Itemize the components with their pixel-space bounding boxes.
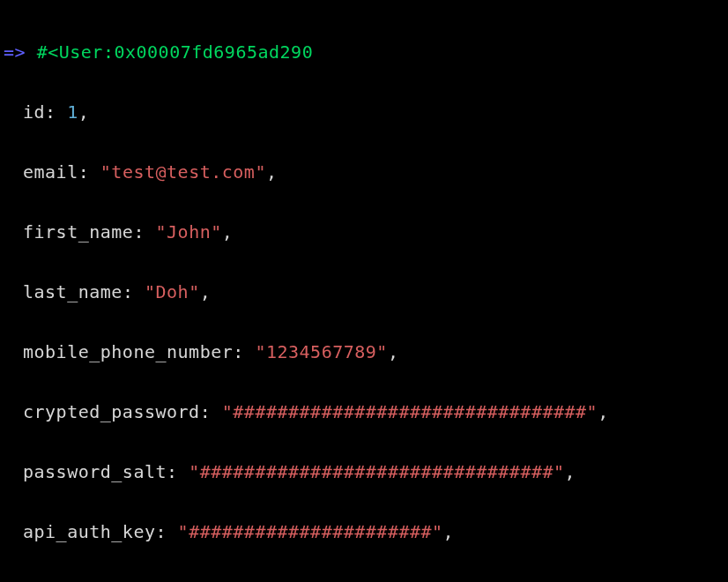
field-first-name: first_name: "John",	[4, 217, 724, 247]
field-mobile-phone: mobile_phone_number: "1234567789",	[4, 337, 724, 367]
prompt-arrow: =>	[4, 41, 26, 63]
terminal-output: => #<User:0x00007fd6965ad290 id: 1, emai…	[4, 7, 724, 582]
field-last-name: last_name: "Doh",	[4, 277, 724, 307]
field-api-auth-key: api_auth_key: "######################",	[4, 517, 724, 547]
object-header: #<User:0x00007fd6965ad290	[37, 41, 314, 63]
field-password-salt: password_salt: "########################…	[4, 457, 724, 487]
field-persistence-token: persistence_token: "####################…	[4, 577, 724, 582]
field-id: id: 1,	[4, 97, 724, 127]
header-line: => #<User:0x00007fd6965ad290	[4, 37, 724, 67]
field-email: email: "test@test.com",	[4, 157, 724, 187]
field-crypted-password: crypted_password: "#####################…	[4, 397, 724, 427]
